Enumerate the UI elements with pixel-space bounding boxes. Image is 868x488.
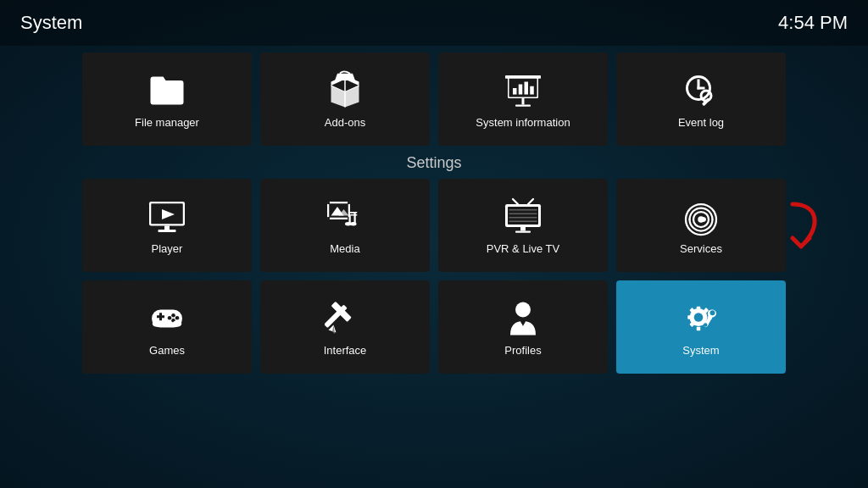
- svg-point-31: [350, 222, 357, 226]
- svg-rect-67: [687, 315, 692, 319]
- clock-search-icon: [681, 70, 721, 111]
- arrow-decoration: [784, 200, 826, 251]
- add-ons-label: Add-ons: [325, 116, 365, 129]
- svg-point-54: [173, 320, 182, 327]
- services-wrapper: Services: [616, 179, 786, 272]
- tv-icon: [503, 197, 543, 237]
- page-title: System: [20, 12, 82, 34]
- event-log-label: Event log: [678, 116, 724, 129]
- svg-rect-44: [509, 220, 537, 222]
- interface-tile[interactable]: Interface: [260, 280, 430, 374]
- profiles-tile[interactable]: Profiles: [438, 280, 608, 374]
- svg-point-64: [694, 313, 704, 322]
- svg-rect-22: [327, 202, 330, 204]
- file-manager-label: File manager: [135, 116, 199, 129]
- player-label: Player: [152, 242, 183, 255]
- svg-rect-65: [697, 306, 701, 310]
- system-information-label: System information: [476, 116, 570, 129]
- svg-rect-48: [159, 313, 162, 320]
- svg-rect-3: [519, 84, 523, 94]
- svg-rect-7: [515, 104, 531, 106]
- person-icon: [503, 298, 543, 339]
- settings-heading: Settings: [17, 154, 851, 172]
- pvr-live-tv-label: PVR & Live TV: [487, 242, 559, 255]
- settings-row-1: Player: [17, 179, 851, 272]
- system-tile[interactable]: System: [616, 280, 786, 374]
- svg-point-45: [698, 216, 704, 223]
- svg-rect-41: [509, 209, 537, 211]
- svg-rect-34: [349, 212, 356, 214]
- svg-rect-5: [530, 86, 534, 94]
- svg-rect-43: [509, 217, 537, 219]
- svg-rect-2: [513, 88, 517, 95]
- svg-rect-39: [520, 227, 526, 231]
- svg-rect-60: [351, 311, 353, 313]
- svg-rect-23: [348, 202, 350, 204]
- svg-rect-59: [348, 308, 351, 312]
- pencil-ruler-icon: [325, 298, 365, 339]
- svg-point-52: [168, 316, 172, 320]
- gamepad-icon: [147, 298, 187, 339]
- svg-rect-29: [354, 212, 356, 224]
- svg-marker-56: [329, 324, 337, 332]
- main-content: File manager Add-ons: [0, 46, 868, 389]
- system-information-tile[interactable]: System information: [438, 53, 608, 146]
- player-tile[interactable]: Player: [82, 179, 252, 272]
- utility-row: File manager Add-ons: [17, 53, 851, 146]
- svg-line-38: [528, 199, 533, 204]
- svg-rect-18: [164, 225, 170, 230]
- event-log-tile[interactable]: Event log: [616, 53, 786, 146]
- svg-point-53: [153, 320, 162, 327]
- media-icon: [325, 197, 365, 237]
- box-icon: [325, 70, 365, 111]
- app-header: System 4:54 PM: [0, 0, 868, 46]
- system-label: System: [682, 344, 719, 357]
- svg-rect-61: [354, 314, 358, 318]
- svg-rect-40: [515, 230, 531, 232]
- gear-wrench-icon: [681, 298, 721, 339]
- svg-point-49: [171, 313, 175, 318]
- svg-rect-42: [509, 213, 537, 214]
- presentation-icon: [503, 70, 543, 111]
- media-tile[interactable]: Media: [260, 179, 430, 272]
- svg-point-62: [515, 302, 531, 317]
- svg-rect-4: [525, 81, 529, 94]
- profiles-label: Profiles: [504, 344, 541, 357]
- games-label: Games: [149, 344, 185, 357]
- svg-rect-8: [505, 75, 541, 79]
- svg-rect-6: [522, 98, 525, 105]
- svg-line-37: [513, 199, 518, 204]
- svg-rect-33: [351, 214, 358, 216]
- podcast-icon: [681, 197, 721, 237]
- svg-rect-66: [697, 326, 701, 330]
- play-screen-icon: [147, 197, 187, 237]
- folder-icon: [147, 70, 187, 111]
- services-tile[interactable]: Services: [616, 179, 786, 272]
- svg-rect-24: [327, 217, 330, 219]
- file-manager-tile[interactable]: File manager: [82, 53, 252, 146]
- svg-point-50: [175, 316, 180, 320]
- current-time: 4:54 PM: [778, 12, 848, 34]
- svg-rect-28: [349, 214, 351, 224]
- pvr-live-tv-tile[interactable]: PVR & Live TV: [438, 179, 608, 272]
- svg-point-73: [710, 310, 715, 315]
- media-label: Media: [330, 242, 359, 255]
- settings-row-2: Games Interface: [17, 280, 851, 374]
- svg-rect-12: [698, 86, 705, 89]
- interface-label: Interface: [324, 344, 367, 357]
- services-label: Services: [680, 242, 722, 255]
- svg-rect-19: [159, 230, 176, 232]
- svg-point-74: [704, 323, 708, 327]
- games-tile[interactable]: Games: [82, 280, 252, 374]
- add-ons-tile[interactable]: Add-ons: [260, 53, 430, 146]
